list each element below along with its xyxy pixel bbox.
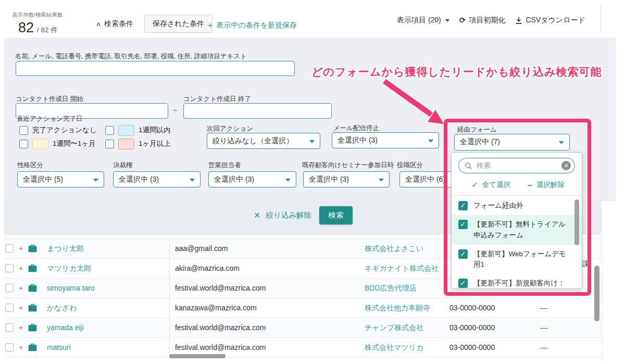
- company-link[interactable]: 株式会社よさこい: [365, 244, 423, 254]
- chevron-down-icon: [93, 179, 98, 182]
- dropdown-scrollbar[interactable]: [574, 199, 579, 245]
- result-count-label: 表示件数/検索結果数: [12, 11, 83, 19]
- contact-email: aaa@gmail.com: [175, 244, 228, 253]
- date-end-input[interactable]: [183, 103, 332, 119]
- empty-value-dash: —: [540, 343, 547, 352]
- lead-search-screen: 表示件数/検索結果数 82 / 82 件 ∧ 検索条件 保存された条件 + 表示…: [0, 0, 625, 364]
- checkbox-icon[interactable]: [105, 140, 114, 148]
- search-button[interactable]: 検索: [319, 206, 353, 224]
- briefcase-icon[interactable]: [28, 244, 37, 254]
- contact-email: festival.world@mazrica.com: [175, 323, 266, 332]
- color-swatch-red: [118, 139, 134, 149]
- contact-name-link[interactable]: マツリカ太郎: [47, 264, 91, 273]
- dropdown-option[interactable]: ✓ 【更新不可】無料トライアル申込みフォーム: [452, 215, 582, 245]
- row-checkbox[interactable]: [5, 343, 14, 352]
- dropdown-search-field[interactable]: 検索 ✕: [458, 158, 575, 173]
- add-icon[interactable]: +: [19, 284, 23, 292]
- contact-name-link[interactable]: yamada eiji: [47, 323, 84, 332]
- save-current-conditions-link[interactable]: + 表示中の条件を新規保存: [208, 21, 297, 30]
- saved-conditions-button[interactable]: 保存された条件: [144, 15, 213, 33]
- checkbox-icon[interactable]: [105, 126, 114, 135]
- company-link[interactable]: 株式会社マツリカ: [365, 343, 423, 353]
- checked-checkbox-icon[interactable]: ✓: [458, 279, 468, 288]
- toolbar: 表示件数/検索結果数 82 / 82 件 ∧ 検索条件 保存された条件 + 表示…: [0, 0, 625, 37]
- contact-name-link[interactable]: matsuri: [47, 343, 71, 352]
- row-checkbox[interactable]: [5, 284, 14, 292]
- via-form-select[interactable]: 全選択中 (7): [454, 134, 570, 150]
- contact-name-link[interactable]: かなざわ: [47, 304, 77, 313]
- checked-checkbox-icon[interactable]: ✓: [458, 201, 468, 210]
- row-checkbox[interactable]: [5, 244, 14, 253]
- briefcase-icon[interactable]: [28, 284, 37, 294]
- clear-search-icon[interactable]: ✕: [561, 161, 571, 170]
- row-checkbox[interactable]: [5, 323, 14, 332]
- briefcase-icon[interactable]: [28, 264, 37, 274]
- briefcase-icon[interactable]: [28, 323, 37, 333]
- contact-phone: 03-0000-0000: [449, 304, 495, 312]
- add-icon[interactable]: +: [19, 264, 23, 272]
- sales-rep-select[interactable]: 全選択中 (3): [208, 171, 296, 187]
- display-items-button[interactable]: 表示項目 (20): [397, 16, 449, 25]
- row-checkbox[interactable]: [5, 264, 14, 272]
- checkbox-over-1-month[interactable]: 1ヶ月以上: [105, 137, 171, 150]
- reset-items-button[interactable]: ⟳ 項目初期化: [459, 16, 506, 25]
- decision-authority-label: 決裁権: [113, 161, 133, 170]
- checkbox-within-1-week[interactable]: 1週間以内: [105, 124, 171, 136]
- personality-select[interactable]: 全選択中 (5): [17, 171, 104, 187]
- company-link[interactable]: ネギガナイト株式会社: [365, 264, 439, 273]
- sales-rep-label: 営業担当者: [208, 161, 241, 170]
- divider: [601, 4, 601, 33]
- vertical-scrollbar[interactable]: [594, 266, 599, 321]
- keyword-input[interactable]: [16, 61, 295, 76]
- checkbox-no-completed-action[interactable]: 完了アクションなし: [19, 124, 97, 136]
- briefcase-icon[interactable]: [28, 343, 37, 353]
- company-link[interactable]: BDD広告代理店: [365, 284, 417, 293]
- add-icon[interactable]: +: [19, 323, 23, 332]
- add-icon[interactable]: +: [19, 343, 23, 352]
- add-icon[interactable]: +: [19, 304, 23, 312]
- dropdown-option-label: 【更新不可】無料トライアル申込みフォーム: [473, 219, 568, 241]
- contact-phone: 03-0000-0000: [449, 323, 495, 332]
- deselect-all-link[interactable]: − 選択解除: [528, 180, 565, 190]
- plus-icon: +: [208, 21, 213, 30]
- search-conditions-toggle[interactable]: ∧ 検索条件: [96, 19, 133, 29]
- checked-checkbox-icon[interactable]: ✓: [458, 220, 468, 229]
- csv-download-button[interactable]: CSVダウンロード: [515, 16, 585, 25]
- keyword-label: 名前, メール, 電話番号, 携帯電話, 取引先名, 部署, 役職, 住所, 詳…: [15, 52, 247, 61]
- decision-authority-select[interactable]: 全選択中 (3): [113, 171, 201, 187]
- table-row: + yamada eiji festival.world@mazrica.com…: [4, 318, 602, 338]
- refresh-icon: ⟳: [459, 16, 466, 25]
- result-count-total: / 82 件: [37, 26, 58, 35]
- checkbox-1week-to-1month[interactable]: 1週間〜1ヶ月: [19, 137, 96, 150]
- company-link[interactable]: 株式会社他力本願寺: [365, 304, 430, 313]
- contact-name-link[interactable]: まつり太郎: [47, 244, 84, 254]
- chevron-down-icon: [559, 141, 564, 144]
- table-row: + matsuri festival.world@mazrica.com 株式会…: [4, 338, 602, 358]
- add-icon[interactable]: +: [19, 244, 23, 253]
- contact-phone: 03-0000-0000: [449, 343, 495, 352]
- checkbox-icon[interactable]: [19, 126, 28, 135]
- dropdown-option[interactable]: ✓ フォーム経由外: [452, 196, 582, 215]
- minus-icon: −: [528, 181, 532, 190]
- dropdown-option[interactable]: ✓ 【更新可】Webフォームデモ用1: [452, 245, 582, 274]
- date-start-label: コンタクト作成日 開始: [16, 95, 83, 104]
- row-checkbox[interactable]: [5, 304, 14, 312]
- dropdown-option-label: 【更新可】Webフォームデモ用1: [473, 249, 568, 270]
- company-link[interactable]: チャンプ株式会社: [365, 323, 423, 333]
- clear-filters-link[interactable]: ✕ 絞り込み解除: [254, 210, 311, 220]
- checkbox-icon[interactable]: [19, 140, 28, 148]
- result-count-value: 82: [18, 20, 34, 36]
- seminar-date-select[interactable]: 全選択中 (3): [303, 171, 390, 187]
- horizontal-scrollbar[interactable]: [169, 354, 226, 358]
- next-action-select[interactable]: 絞り込みなし（全選択）: [207, 133, 320, 149]
- chevron-down-icon: [379, 179, 384, 182]
- seminar-date-label: 既存顧客向けセミナー参加日時: [302, 161, 394, 170]
- briefcase-icon[interactable]: [28, 304, 37, 313]
- checked-checkbox-icon[interactable]: ✓: [458, 249, 468, 259]
- mail-stop-select[interactable]: 全選択中 (3): [332, 132, 439, 148]
- dropdown-option[interactable]: ✓ 【更新不可】新規顧客向け：: [452, 274, 582, 288]
- via-form-label: 経由フォーム: [457, 125, 497, 134]
- color-swatch-blue: [118, 125, 134, 136]
- select-all-link[interactable]: ✓ 全て選択: [471, 180, 510, 190]
- contact-name-link[interactable]: simoyama taro: [47, 284, 95, 292]
